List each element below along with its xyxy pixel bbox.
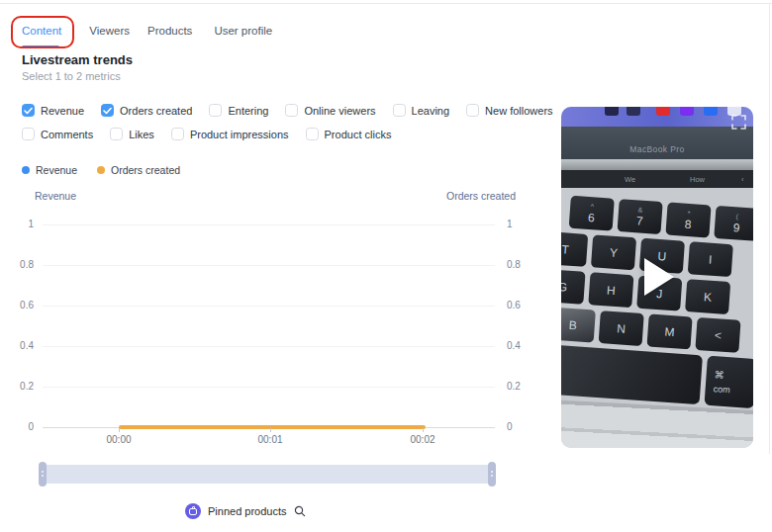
key: H — [588, 272, 633, 308]
x-axis-label: 00:01 — [248, 434, 292, 445]
right-divider — [769, 3, 770, 454]
gridline — [43, 224, 495, 225]
metric-likes[interactable]: Likes — [110, 128, 154, 140]
y-tick-right: 0.8 — [507, 259, 536, 270]
key: ^6 — [569, 196, 615, 231]
device-label: MacBook Pro — [629, 144, 684, 159]
legend-item-revenue: Revenue — [22, 164, 77, 176]
left-axis-title: Revenue — [35, 190, 76, 202]
y-tick-left: 0.2 — [0, 381, 34, 392]
checkbox-icon[interactable] — [306, 128, 319, 140]
legend-item-orders: Orders created — [97, 164, 180, 176]
active-tab-underline — [22, 45, 59, 48]
tab-user-profile[interactable]: User profile — [214, 25, 272, 37]
top-divider — [0, 3, 772, 4]
legend-dot-orders-icon — [97, 166, 105, 174]
x-tick-mark — [270, 428, 271, 432]
page-subtitle: Select 1 to 2 metrics — [22, 70, 121, 82]
app-icon — [704, 107, 718, 116]
laptop-bezel: MacBook Pro — [561, 127, 753, 159]
checkbox-icon[interactable] — [209, 104, 222, 117]
livestream-analytics-page: Content Viewers Products User profile Li… — [0, 0, 772, 532]
right-axis-title: Orders created — [396, 190, 516, 202]
key: B — [561, 308, 596, 343]
key: M — [646, 313, 692, 349]
app-icon — [627, 107, 640, 116]
checkbox-icon[interactable] — [393, 104, 406, 117]
orders-created-series-line — [119, 425, 426, 429]
y-tick-right: 1 — [507, 219, 536, 229]
checkbox-icon[interactable] — [110, 128, 123, 140]
key: &7 — [618, 199, 663, 234]
expand-fullscreen-icon[interactable] — [731, 115, 746, 130]
x-axis-label: 00:00 — [97, 434, 141, 445]
play-icon[interactable] — [644, 258, 674, 296]
y-tick-right: 0 — [507, 421, 536, 432]
app-icon — [656, 107, 670, 116]
range-slider-handle-left[interactable] — [39, 462, 47, 487]
y-tick-left: 0.4 — [0, 340, 34, 351]
tab-bar: Content Viewers Products User profile — [22, 25, 272, 37]
metric-leaving[interactable]: Leaving — [393, 104, 450, 117]
command-key: ⌘ com — [704, 356, 753, 408]
metric-product-clicks[interactable]: Product clicks — [306, 128, 392, 140]
key: *8 — [665, 203, 711, 238]
metric-online-viewers[interactable]: Online viewers — [285, 104, 375, 117]
metric-row-2: Comments Likes Product impressions Produ… — [22, 128, 391, 140]
checkbox-checked-icon[interactable] — [101, 104, 114, 117]
checkbox-icon[interactable] — [285, 104, 298, 117]
checkbox-icon[interactable] — [22, 128, 35, 140]
y-tick-right: 0.6 — [507, 300, 536, 310]
search-icon[interactable] — [294, 505, 306, 517]
page-title: Livestream trends — [22, 52, 133, 67]
touch-bar: We How ‹ — [561, 170, 753, 188]
metric-entering[interactable]: Entering — [209, 104, 268, 117]
livestream-video-thumbnail[interactable]: MacBook Pro We How ‹ ^6 &7 *8 (9 T Y U I… — [561, 107, 753, 448]
keyboard: ^6 &7 *8 (9 T Y U I G H J K B N M < — [561, 194, 753, 414]
checkbox-checked-icon[interactable] — [22, 104, 35, 117]
app-icon — [605, 107, 619, 116]
key: I — [688, 241, 733, 277]
y-tick-right: 0.4 — [507, 340, 536, 351]
y-tick-left: 0.8 — [0, 259, 34, 270]
x-tick-mark — [119, 428, 120, 432]
pinned-products-icon — [185, 503, 201, 519]
checkbox-icon[interactable] — [171, 128, 184, 140]
app-icon — [680, 107, 694, 116]
metric-revenue[interactable]: Revenue — [22, 104, 84, 117]
y-tick-left: 0 — [0, 421, 34, 432]
pinned-products-label: Pinned products — [208, 505, 287, 517]
metric-new-followers[interactable]: New followers — [466, 104, 552, 117]
laptop-screen-strip — [561, 107, 753, 127]
metric-product-impressions[interactable]: Product impressions — [171, 128, 289, 140]
key: G — [561, 269, 586, 305]
legend-dot-revenue-icon — [22, 166, 30, 174]
chart-range-slider-track[interactable] — [43, 465, 492, 484]
tab-products[interactable]: Products — [147, 25, 192, 37]
gridline — [43, 265, 495, 266]
x-axis-label: 00:02 — [401, 434, 444, 445]
metric-comments[interactable]: Comments — [22, 128, 93, 140]
gridline — [43, 346, 495, 347]
tab-viewers[interactable]: Viewers — [89, 25, 130, 37]
key: Y — [591, 234, 636, 270]
metric-row-1: Revenue Orders created Entering Online v… — [22, 104, 553, 117]
range-slider-handle-right[interactable] — [488, 462, 496, 487]
tab-content[interactable]: Content — [22, 25, 61, 37]
checkbox-icon[interactable] — [466, 104, 479, 117]
key: K — [685, 279, 730, 314]
key: < — [695, 317, 740, 353]
gridline — [43, 387, 495, 388]
laptop-hinge — [561, 159, 753, 170]
spacebar-key — [561, 344, 703, 405]
pinned-products-row: Pinned products — [185, 503, 306, 519]
y-tick-left: 1 — [0, 219, 34, 229]
key: (9 — [714, 206, 753, 241]
y-tick-left: 0.6 — [0, 300, 34, 310]
metric-orders-created[interactable]: Orders created — [101, 104, 192, 117]
key: N — [599, 310, 644, 346]
chart-legend: Revenue Orders created — [22, 164, 180, 176]
key: T — [561, 231, 588, 267]
y-tick-right: 0.2 — [507, 381, 536, 392]
gridline — [43, 306, 495, 307]
